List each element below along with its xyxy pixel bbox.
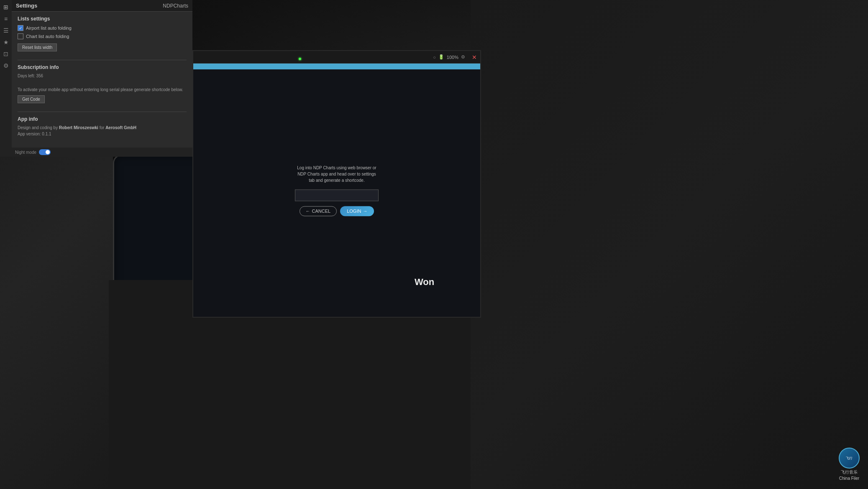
get-code-button[interactable]: Get Code [18, 95, 45, 103]
shortcode-input[interactable] [295, 189, 379, 201]
led-indicator [299, 58, 301, 60]
sidebar-icon-grid[interactable]: ⊡ [2, 50, 10, 58]
watermark-line1: 飞行音乐 [841, 469, 858, 475]
app-info-title: App info [18, 116, 187, 122]
company-name: Aerosoft GmbH [105, 125, 136, 130]
settings-title: Settings [16, 3, 37, 9]
design-credit: Design and coding by Robert Miroszeswki … [18, 125, 187, 130]
battery-percentage: 100% [447, 55, 458, 60]
design-by-text: Design and coding by [18, 125, 59, 130]
ndp-logo-text: NDPCharts [163, 3, 188, 9]
display-body: Log into NDP Charts using web browser or… [193, 69, 480, 317]
settings-app-window: ⊞ ≡ ☰ ★ ⊡ ⚙ Settings NDPCharts Lists set… [0, 0, 192, 157]
sidebar-icon-star[interactable]: ★ [2, 38, 10, 46]
app-version: App version: 0.1.1 [18, 132, 187, 136]
airport-fold-row: ✓ Airport list auto folding [18, 25, 187, 31]
night-mode-bar: Night mode [12, 148, 192, 157]
settings-titlebar: Settings NDPCharts [12, 0, 192, 12]
display-topbar: ○ 🔋 100% ⚙ ✕ [193, 51, 480, 64]
login-description: Log into NDP Charts using web browser or… [295, 165, 379, 183]
settings-body: Lists settings ✓ Airport list auto foldi… [12, 12, 192, 142]
topbar-icon-battery: 🔋 [438, 54, 444, 60]
display-close-button[interactable]: ✕ [472, 54, 477, 61]
ndp-logo: NDPCharts [163, 3, 188, 9]
arrow-left-icon: ← [306, 209, 310, 214]
topbar-icon-circle: ○ [433, 55, 436, 60]
watermark-line2: China Filer [839, 476, 859, 481]
login-dialog: Log into NDP Charts using web browser or… [295, 165, 379, 216]
topbar-icons-group: ○ 🔋 100% ⚙ [433, 54, 465, 60]
author-name: Robert Miroszeswki [59, 125, 98, 130]
for-text: for [98, 125, 105, 130]
sidebar-icon-gear[interactable]: ⚙ [2, 62, 10, 69]
night-mode-toggle[interactable] [39, 149, 51, 155]
watermark: 飞行 飞行音乐 China Filer [839, 448, 860, 481]
night-mode-label: Night mode [15, 150, 36, 155]
login-label: LOGIN [347, 209, 361, 214]
airport-fold-label: Airport list auto folding [26, 25, 72, 31]
main-display-panel: ○ 🔋 100% ⚙ ✕ Log into NDP Charts using w… [192, 50, 481, 318]
sidebar-icon-map[interactable]: ⊞ [2, 3, 10, 11]
cancel-button[interactable]: ← CANCEL [300, 206, 337, 216]
lists-settings-title: Lists settings [18, 16, 187, 22]
days-left-text: Days left: 356 [18, 74, 187, 78]
login-buttons-group: ← CANCEL LOGIN → [300, 206, 374, 216]
chart-fold-row: Chart list auto folding [18, 33, 187, 39]
cockpit-right-panel [471, 0, 868, 489]
watermark-logo-text: 飞行 [846, 456, 853, 461]
chart-fold-checkbox[interactable] [18, 33, 23, 39]
subscription-info-title: Subscription info [18, 64, 187, 70]
cancel-label: CANCEL [312, 209, 331, 214]
app-sidebar: ⊞ ≡ ☰ ★ ⊡ ⚙ [0, 0, 12, 157]
activation-text: To activate your mobile app without ente… [18, 87, 187, 92]
checkbox-check: ✓ [19, 26, 22, 31]
section-divider-2 [18, 112, 187, 112]
arrow-right-icon: → [363, 209, 367, 214]
display-header-bar [193, 64, 480, 69]
toggle-knob [46, 150, 50, 154]
sidebar-icon-page[interactable]: ☰ [2, 27, 10, 34]
topbar-icon-gear[interactable]: ⚙ [461, 54, 465, 60]
settings-content-area: Settings NDPCharts Lists settings ✓ Airp… [12, 0, 192, 157]
airport-fold-checkbox[interactable]: ✓ [18, 25, 23, 31]
sidebar-icon-list[interactable]: ≡ [2, 15, 10, 23]
login-button[interactable]: LOGIN → [340, 206, 374, 216]
reset-lists-width-button[interactable]: Reset lists width [18, 43, 57, 51]
section-divider-1 [18, 60, 187, 60]
watermark-logo: 飞行 [839, 448, 860, 469]
won-overlay-text: Won [415, 277, 434, 288]
chart-fold-label: Chart list auto folding [26, 34, 69, 39]
